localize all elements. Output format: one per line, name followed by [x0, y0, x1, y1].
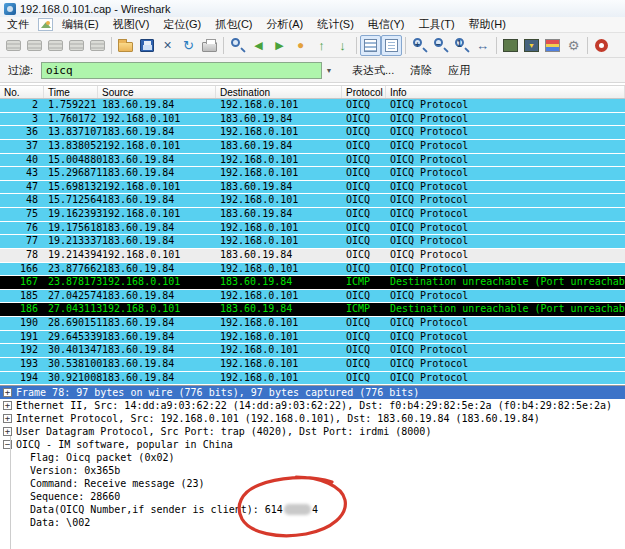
column-header-destination[interactable]: Destination	[216, 86, 342, 98]
packet-row-167[interactable]: 16723.878173192.168.0.101183.60.19.84ICM…	[0, 276, 625, 290]
detail-line-ethernet[interactable]: +Ethernet II, Src: 14:dd:a9:03:62:22 (14…	[0, 399, 625, 412]
toolbar-separator	[223, 37, 224, 54]
menu-item-tools[interactable]: 工具(T)	[412, 17, 462, 32]
packet-row-193[interactable]: 19330.538100183.60.19.84192.168.0.101OIC…	[0, 358, 625, 372]
packet-row-186[interactable]: 18627.043113192.168.0.101183.60.19.84ICM…	[0, 303, 625, 317]
expand-plus-icon[interactable]: +	[3, 388, 12, 397]
expand-plus-icon[interactable]: +	[3, 414, 12, 423]
detail-line-oicq-number[interactable]: Data(OICQ Number,if sender is client): 6…	[0, 503, 625, 516]
expression-button[interactable]: 表达式...	[352, 63, 394, 78]
capture-options-icon[interactable]	[24, 35, 45, 56]
expand-plus-icon[interactable]: +	[3, 427, 12, 436]
menu-item-capture[interactable]: 抓包(C)	[208, 17, 259, 32]
detail-line-oicq-flag[interactable]: Flag: Oicq packet (0x02)	[0, 451, 625, 464]
filter-label: 过滤:	[8, 63, 33, 78]
detail-line-oicq[interactable]: −OICQ - IM software, popular in China	[0, 438, 625, 451]
display-filter-icon[interactable]: ▼	[521, 35, 542, 56]
packet-row-77[interactable]: 7719.213337183.60.19.84192.168.0.101OICQ…	[0, 235, 625, 249]
packet-row-36[interactable]: 3613.837107183.60.19.84192.168.0.101OICQ…	[0, 126, 625, 140]
go-bottom-icon[interactable]: ↓	[332, 35, 353, 56]
interfaces-icon[interactable]	[3, 35, 24, 56]
packet-row-43[interactable]: 4315.296871183.60.19.84192.168.0.101OICQ…	[0, 167, 625, 181]
packet-row-166[interactable]: 16623.877662183.60.19.84192.168.0.101OIC…	[0, 263, 625, 277]
forward-icon[interactable]: ▶	[269, 35, 290, 56]
column-header-protocol[interactable]: Protocol	[342, 86, 386, 98]
menu-bar: 文件编辑(E)视图(V)定位(G)抓包(C)分析(A)统计(S)电信(Y)工具(…	[0, 17, 625, 32]
packet-details-pane: +Frame 78: 97 bytes on wire (776 bits), …	[0, 385, 625, 549]
menu-item-statistics[interactable]: 统计(S)	[310, 17, 361, 32]
apply-button[interactable]: 应用	[448, 63, 470, 78]
wireshark-app-icon	[4, 3, 16, 15]
print-icon[interactable]	[199, 35, 220, 56]
expand-plus-icon[interactable]: +	[3, 401, 12, 410]
zoom-100-icon[interactable]: 1	[451, 35, 472, 56]
back-icon[interactable]: ◀	[248, 35, 269, 56]
packet-row-191[interactable]: 19129.645339183.60.19.84192.168.0.101OIC…	[0, 331, 625, 345]
preferences-icon[interactable]: ⚙	[563, 35, 584, 56]
packet-row-192[interactable]: 19230.401347183.60.19.84192.168.0.101OIC…	[0, 344, 625, 358]
packet-row-2[interactable]: 21.759221183.60.19.84192.168.0.101OICQOI…	[0, 99, 625, 113]
menu-item-file[interactable]: 文件	[0, 17, 36, 32]
detail-line-oicq-version[interactable]: Version: 0x365b	[0, 464, 625, 477]
detail-line-ip[interactable]: +Internet Protocol, Src: 192.168.0.101 (…	[0, 412, 625, 425]
menu-item-analyze[interactable]: 分析(A)	[260, 17, 311, 32]
window-title: 192.168.0.101.cap - Wireshark	[20, 3, 170, 15]
menu-item-telephony[interactable]: 电信(Y)	[361, 17, 412, 32]
zoom-out-icon[interactable]: −	[430, 35, 451, 56]
main-toolbar: ×↻◀▶●↑↓+−1↔▼⚙	[0, 32, 625, 58]
packet-row-3[interactable]: 31.760172192.168.0.101183.60.19.84OICQOI…	[0, 113, 625, 127]
coloring-rules-icon[interactable]	[542, 35, 563, 56]
detail-line-oicq-data[interactable]: Data: \002	[0, 516, 625, 529]
find-icon[interactable]	[227, 35, 248, 56]
menu-item-go[interactable]: 定位(G)	[156, 17, 208, 32]
toolbar-separator	[356, 37, 357, 54]
broken-image-artifact-icon	[38, 18, 53, 31]
menu-item-view[interactable]: 视图(V)	[106, 17, 157, 32]
wireshark-window: 192.168.0.101.cap - Wireshark 文件编辑(E)视图(…	[0, 0, 625, 549]
packet-row-194[interactable]: 19430.921008183.60.19.84192.168.0.101OIC…	[0, 372, 625, 386]
resize-columns-icon[interactable]: ↔	[472, 35, 493, 56]
column-header-source[interactable]: Source	[98, 86, 216, 98]
colorize-icon[interactable]	[360, 35, 381, 56]
packet-row-47[interactable]: 4715.698132192.168.0.101183.60.19.84OICQ…	[0, 181, 625, 195]
filter-toolbar: 过滤: ▼ 表达式... 清除 应用	[0, 58, 625, 83]
menu-item-help[interactable]: 帮助(H)	[462, 17, 513, 32]
packet-row-78[interactable]: 7819.214394192.168.0.101183.60.19.84OICQ…	[0, 249, 625, 263]
packet-row-75[interactable]: 7519.162393192.168.0.101183.60.19.84OICQ…	[0, 208, 625, 222]
open-file-icon[interactable]	[115, 35, 136, 56]
capture-start-icon[interactable]	[45, 35, 66, 56]
capture-stop-icon[interactable]	[66, 35, 87, 56]
column-header-time[interactable]: Time	[44, 86, 98, 98]
packet-row-37[interactable]: 3713.838052192.168.0.101183.60.19.84OICQ…	[0, 140, 625, 154]
reload-icon[interactable]: ↻	[178, 35, 199, 56]
packet-row-48[interactable]: 4815.712564183.60.19.84192.168.0.101OICQ…	[0, 194, 625, 208]
redacted-oicq-number	[284, 504, 311, 515]
packet-row-185[interactable]: 18527.042574183.60.19.84192.168.0.101OIC…	[0, 290, 625, 304]
zoom-in-icon[interactable]: +	[409, 35, 430, 56]
clear-button[interactable]: 清除	[410, 63, 432, 78]
toolbar-separator	[496, 37, 497, 54]
packet-row-40[interactable]: 4015.004880183.60.19.84192.168.0.101OICQ…	[0, 154, 625, 168]
goto-packet-icon[interactable]: ●	[290, 35, 311, 56]
packet-list-header: No. Time Source Destination Protocol Inf…	[0, 85, 625, 99]
detail-line-frame[interactable]: +Frame 78: 97 bytes on wire (776 bits), …	[0, 386, 625, 399]
capture-restart-icon[interactable]	[87, 35, 108, 56]
detail-line-udp[interactable]: +User Datagram Protocol, Src Port: trap …	[0, 425, 625, 438]
go-top-icon[interactable]: ↑	[311, 35, 332, 56]
capture-filter-icon[interactable]	[500, 35, 521, 56]
menu-item-edit[interactable]: 编辑(E)	[55, 17, 106, 32]
save-file-icon[interactable]	[136, 35, 157, 56]
autoscroll-icon[interactable]	[381, 35, 402, 56]
detail-line-oicq-command[interactable]: Command: Receive message (23)	[0, 477, 625, 490]
filter-dropdown-icon[interactable]: ▼	[322, 62, 336, 79]
title-bar: 192.168.0.101.cap - Wireshark	[0, 0, 625, 17]
packet-row-76[interactable]: 7619.175618183.60.19.84192.168.0.101OICQ…	[0, 222, 625, 236]
filter-input[interactable]	[41, 62, 322, 79]
close-file-icon[interactable]: ×	[157, 35, 178, 56]
detail-line-oicq-sequence[interactable]: Sequence: 28660	[0, 490, 625, 503]
help-icon[interactable]	[591, 35, 612, 56]
column-header-no[interactable]: No.	[0, 86, 44, 98]
tree-indent-guide	[10, 436, 11, 549]
packet-row-190[interactable]: 19028.690151183.60.19.84192.168.0.101OIC…	[0, 317, 625, 331]
column-header-info[interactable]: Info	[386, 86, 625, 98]
